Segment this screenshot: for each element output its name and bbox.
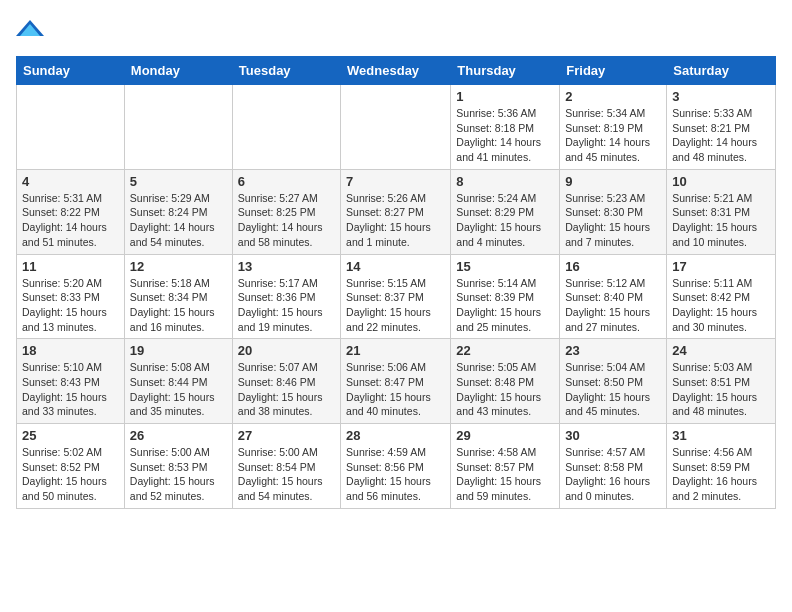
calendar-week-row: 11 Sunrise: 5:20 AM Sunset: 8:33 PM Dayl… [17,254,776,339]
day-info: Sunrise: 5:00 AM Sunset: 8:53 PM Dayligh… [130,445,227,504]
daylight-label: Daylight: 15 hours and 10 minutes. [672,221,757,248]
day-info: Sunrise: 5:24 AM Sunset: 8:29 PM Dayligh… [456,191,554,250]
day-number: 7 [346,174,445,189]
day-number: 8 [456,174,554,189]
day-number: 28 [346,428,445,443]
sunset-label: Sunset: 8:56 PM [346,461,424,473]
day-info: Sunrise: 5:03 AM Sunset: 8:51 PM Dayligh… [672,360,770,419]
sunset-label: Sunset: 8:30 PM [565,206,643,218]
weekday-header-friday: Friday [560,57,667,85]
calendar-cell: 30 Sunrise: 4:57 AM Sunset: 8:58 PM Dayl… [560,424,667,509]
sunrise-label: Sunrise: 5:33 AM [672,107,752,119]
daylight-label: Daylight: 15 hours and 16 minutes. [130,306,215,333]
day-number: 6 [238,174,335,189]
calendar-cell: 10 Sunrise: 5:21 AM Sunset: 8:31 PM Dayl… [667,169,776,254]
calendar-cell: 4 Sunrise: 5:31 AM Sunset: 8:22 PM Dayli… [17,169,125,254]
sunrise-label: Sunrise: 4:57 AM [565,446,645,458]
calendar-cell: 20 Sunrise: 5:07 AM Sunset: 8:46 PM Dayl… [232,339,340,424]
day-number: 29 [456,428,554,443]
sunset-label: Sunset: 8:50 PM [565,376,643,388]
daylight-label: Daylight: 16 hours and 2 minutes. [672,475,757,502]
sunrise-label: Sunrise: 5:04 AM [565,361,645,373]
sunrise-label: Sunrise: 5:23 AM [565,192,645,204]
sunrise-label: Sunrise: 5:06 AM [346,361,426,373]
daylight-label: Daylight: 14 hours and 45 minutes. [565,136,650,163]
sunrise-label: Sunrise: 5:03 AM [672,361,752,373]
sunrise-label: Sunrise: 5:31 AM [22,192,102,204]
daylight-label: Daylight: 14 hours and 41 minutes. [456,136,541,163]
sunset-label: Sunset: 8:36 PM [238,291,316,303]
day-number: 23 [565,343,661,358]
calendar-cell: 22 Sunrise: 5:05 AM Sunset: 8:48 PM Dayl… [451,339,560,424]
calendar-cell: 2 Sunrise: 5:34 AM Sunset: 8:19 PM Dayli… [560,85,667,170]
calendar-cell: 5 Sunrise: 5:29 AM Sunset: 8:24 PM Dayli… [124,169,232,254]
calendar-cell [17,85,125,170]
weekday-header-monday: Monday [124,57,232,85]
calendar-cell: 9 Sunrise: 5:23 AM Sunset: 8:30 PM Dayli… [560,169,667,254]
day-number: 21 [346,343,445,358]
calendar-cell: 6 Sunrise: 5:27 AM Sunset: 8:25 PM Dayli… [232,169,340,254]
sunrise-label: Sunrise: 4:56 AM [672,446,752,458]
day-number: 17 [672,259,770,274]
sunset-label: Sunset: 8:54 PM [238,461,316,473]
sunrise-label: Sunrise: 4:59 AM [346,446,426,458]
daylight-label: Daylight: 15 hours and 33 minutes. [22,391,107,418]
day-info: Sunrise: 5:08 AM Sunset: 8:44 PM Dayligh… [130,360,227,419]
sunrise-label: Sunrise: 5:15 AM [346,277,426,289]
calendar-week-row: 25 Sunrise: 5:02 AM Sunset: 8:52 PM Dayl… [17,424,776,509]
daylight-label: Daylight: 15 hours and 52 minutes. [130,475,215,502]
day-info: Sunrise: 4:57 AM Sunset: 8:58 PM Dayligh… [565,445,661,504]
daylight-label: Daylight: 15 hours and 48 minutes. [672,391,757,418]
sunset-label: Sunset: 8:42 PM [672,291,750,303]
day-info: Sunrise: 5:05 AM Sunset: 8:48 PM Dayligh… [456,360,554,419]
sunset-label: Sunset: 8:29 PM [456,206,534,218]
sunrise-label: Sunrise: 5:02 AM [22,446,102,458]
sunset-label: Sunset: 8:31 PM [672,206,750,218]
sunrise-label: Sunrise: 5:27 AM [238,192,318,204]
day-info: Sunrise: 5:29 AM Sunset: 8:24 PM Dayligh… [130,191,227,250]
day-info: Sunrise: 5:10 AM Sunset: 8:43 PM Dayligh… [22,360,119,419]
daylight-label: Daylight: 15 hours and 43 minutes. [456,391,541,418]
calendar-cell: 24 Sunrise: 5:03 AM Sunset: 8:51 PM Dayl… [667,339,776,424]
sunrise-label: Sunrise: 5:24 AM [456,192,536,204]
calendar-header-row: SundayMondayTuesdayWednesdayThursdayFrid… [17,57,776,85]
daylight-label: Daylight: 15 hours and 30 minutes. [672,306,757,333]
calendar-week-row: 18 Sunrise: 5:10 AM Sunset: 8:43 PM Dayl… [17,339,776,424]
sunrise-label: Sunrise: 5:21 AM [672,192,752,204]
day-info: Sunrise: 5:31 AM Sunset: 8:22 PM Dayligh… [22,191,119,250]
calendar-cell [341,85,451,170]
calendar-table: SundayMondayTuesdayWednesdayThursdayFrid… [16,56,776,509]
day-info: Sunrise: 5:27 AM Sunset: 8:25 PM Dayligh… [238,191,335,250]
calendar-cell: 23 Sunrise: 5:04 AM Sunset: 8:50 PM Dayl… [560,339,667,424]
daylight-label: Daylight: 15 hours and 40 minutes. [346,391,431,418]
sunset-label: Sunset: 8:34 PM [130,291,208,303]
daylight-label: Daylight: 15 hours and 35 minutes. [130,391,215,418]
day-number: 30 [565,428,661,443]
day-info: Sunrise: 5:34 AM Sunset: 8:19 PM Dayligh… [565,106,661,165]
calendar-week-row: 1 Sunrise: 5:36 AM Sunset: 8:18 PM Dayli… [17,85,776,170]
day-info: Sunrise: 5:12 AM Sunset: 8:40 PM Dayligh… [565,276,661,335]
day-info: Sunrise: 5:02 AM Sunset: 8:52 PM Dayligh… [22,445,119,504]
day-number: 24 [672,343,770,358]
sunrise-label: Sunrise: 5:18 AM [130,277,210,289]
sunrise-label: Sunrise: 5:12 AM [565,277,645,289]
day-number: 3 [672,89,770,104]
day-info: Sunrise: 4:58 AM Sunset: 8:57 PM Dayligh… [456,445,554,504]
sunset-label: Sunset: 8:22 PM [22,206,100,218]
sunset-label: Sunset: 8:39 PM [456,291,534,303]
day-info: Sunrise: 5:00 AM Sunset: 8:54 PM Dayligh… [238,445,335,504]
day-number: 10 [672,174,770,189]
sunset-label: Sunset: 8:43 PM [22,376,100,388]
sunset-label: Sunset: 8:47 PM [346,376,424,388]
sunrise-label: Sunrise: 5:00 AM [238,446,318,458]
calendar-cell: 25 Sunrise: 5:02 AM Sunset: 8:52 PM Dayl… [17,424,125,509]
day-number: 13 [238,259,335,274]
calendar-week-row: 4 Sunrise: 5:31 AM Sunset: 8:22 PM Dayli… [17,169,776,254]
day-info: Sunrise: 5:11 AM Sunset: 8:42 PM Dayligh… [672,276,770,335]
sunset-label: Sunset: 8:18 PM [456,122,534,134]
daylight-label: Daylight: 15 hours and 1 minute. [346,221,431,248]
sunset-label: Sunset: 8:57 PM [456,461,534,473]
calendar-cell: 7 Sunrise: 5:26 AM Sunset: 8:27 PM Dayli… [341,169,451,254]
calendar-cell: 15 Sunrise: 5:14 AM Sunset: 8:39 PM Dayl… [451,254,560,339]
day-number: 5 [130,174,227,189]
